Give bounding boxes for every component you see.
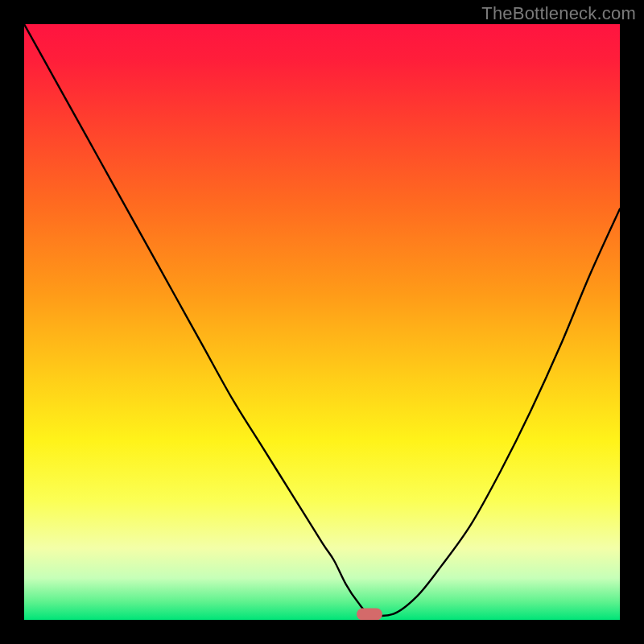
- optimal-marker: [357, 608, 382, 620]
- attribution-text: TheBottleneck.com: [481, 3, 636, 24]
- chart-frame: TheBottleneck.com: [0, 0, 644, 644]
- bottleneck-curve: [24, 24, 620, 620]
- plot-area: [24, 24, 620, 620]
